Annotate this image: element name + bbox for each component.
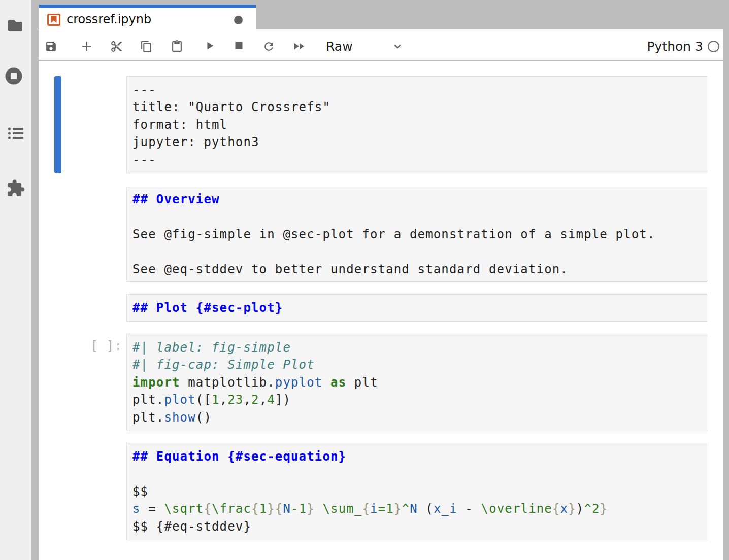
running-kernels-icon[interactable] <box>5 67 23 85</box>
cell-prompt-spacer <box>39 187 126 282</box>
run-icon[interactable] <box>204 40 215 51</box>
code-line: ## Overview <box>132 191 701 208</box>
table-of-contents-icon[interactable] <box>8 127 23 140</box>
run-all-icon[interactable] <box>293 40 306 52</box>
code-line <box>132 465 701 482</box>
chevron-down-icon[interactable] <box>392 43 403 51</box>
tab-crossref-ipynb[interactable]: crossref.ipynb <box>39 5 256 29</box>
code-line: See @eq-stddev to better understand stan… <box>132 261 701 278</box>
cell-code-3: [ ]:#| label: fig-simple#| fig-cap: Simp… <box>39 334 723 431</box>
cell-editor-markdown-4[interactable]: ## Equation {#sec-equation}$$s = \sqrt{\… <box>126 443 707 540</box>
kernel-status-icon <box>707 40 720 53</box>
cell-editor-code-3[interactable]: #| label: fig-simple#| fig-cap: Simple P… <box>126 334 707 431</box>
code-line: $$ <box>132 483 701 500</box>
cell-editor-raw-0[interactable]: ---title: "Quarto Crossrefs"format: html… <box>126 76 707 173</box>
notebook-icon <box>47 14 60 26</box>
code-line <box>132 208 701 225</box>
cell-editor-markdown-1[interactable]: ## OverviewSee @fig-simple in @sec-plot … <box>126 187 707 282</box>
cell-markdown-4: ## Equation {#sec-equation}$$s = \sqrt{\… <box>39 443 723 540</box>
code-line: --- <box>132 151 701 168</box>
code-line: #| fig-cap: Simple Plot <box>132 356 701 373</box>
tab-title: crossref.ipynb <box>67 12 151 26</box>
add-cell-icon[interactable] <box>81 40 93 52</box>
main-panel: crossref.ipynb Raw Python 3 ---title: "Q… <box>39 0 723 560</box>
code-line: s = \sqrt{\frac{1}{N-1} \sum_{i=1}^N (x_… <box>132 500 701 517</box>
cell-editor-markdown-2[interactable]: ## Plot {#sec-plot} <box>126 294 707 322</box>
code-line: ## Plot {#sec-plot} <box>132 299 701 317</box>
code-line: --- <box>132 81 701 98</box>
cell-prompt-spacer <box>39 294 126 322</box>
code-line: jupyter: python3 <box>132 133 701 151</box>
cell-prompt-spacer <box>39 76 126 173</box>
code-line <box>132 243 701 260</box>
notebook-toolbar: Raw Python 3 <box>39 29 723 61</box>
paste-icon[interactable] <box>171 40 183 53</box>
code-line: ## Equation {#sec-equation} <box>132 448 701 465</box>
activity-bar <box>0 0 31 560</box>
code-line: plt.plot([1,23,2,4]) <box>132 391 701 408</box>
cell-type-select[interactable]: Raw <box>326 39 353 54</box>
copy-icon[interactable] <box>140 40 153 53</box>
code-line: plt.show() <box>132 409 701 426</box>
cell-prompt-spacer <box>39 443 126 540</box>
tab-bar: crossref.ipynb <box>39 0 723 29</box>
code-line: See @fig-simple in @sec-plot for a demon… <box>132 226 701 243</box>
code-line: #| label: fig-simple <box>132 339 701 356</box>
cell-markdown-1: ## OverviewSee @fig-simple in @sec-plot … <box>39 187 723 282</box>
code-line: $$ {#eq-stddev} <box>132 518 701 535</box>
puzzle-icon[interactable] <box>6 179 25 198</box>
save-icon[interactable] <box>45 40 57 53</box>
cell-markdown-2: ## Plot {#sec-plot} <box>39 294 723 322</box>
kernel-name[interactable]: Python 3 <box>647 39 703 54</box>
code-line: import matplotlib.pyplot as plt <box>132 374 701 391</box>
cut-icon[interactable] <box>110 40 123 53</box>
cell-input-prompt: [ ]: <box>39 334 126 431</box>
notebook-content: ---title: "Quarto Crossrefs"format: html… <box>39 61 723 560</box>
cell-raw-0: ---title: "Quarto Crossrefs"format: html… <box>39 76 723 173</box>
stop-icon[interactable] <box>234 40 244 51</box>
folder-icon[interactable] <box>7 19 24 33</box>
code-line: format: html <box>132 116 701 133</box>
restart-icon[interactable] <box>262 40 275 53</box>
unsaved-dot[interactable] <box>234 16 243 24</box>
code-line: title: "Quarto Crossrefs" <box>132 98 701 116</box>
